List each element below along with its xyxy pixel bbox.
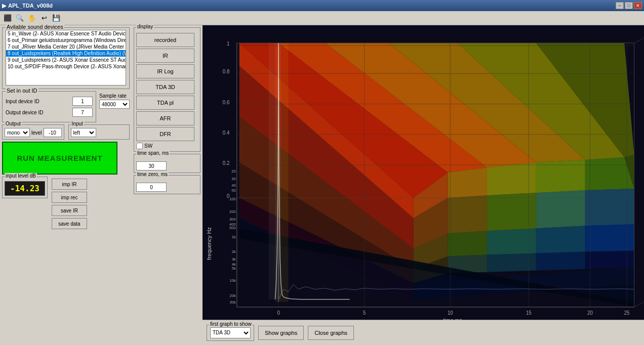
input-group: Input leftright — [68, 124, 130, 140]
svg-text:300: 300 — [229, 217, 236, 222]
ir-log-button[interactable]: IR Log — [136, 64, 194, 78]
svg-marker-40 — [448, 167, 487, 198]
imp-rec-button[interactable]: imp rec — [52, 192, 87, 203]
svg-text:200: 200 — [229, 209, 236, 214]
tda-pl-button[interactable]: TDA pl — [136, 96, 194, 110]
svg-text:0: 0 — [277, 310, 280, 316]
input-device-id[interactable] — [72, 97, 93, 106]
svg-text:10k: 10k — [229, 278, 236, 283]
imp-save-buttons: imp IR imp rec save IR save data — [52, 179, 87, 229]
svg-text:1: 1 — [227, 41, 229, 47]
save-ir-button[interactable]: save IR — [52, 205, 87, 216]
svg-text:2k: 2k — [232, 249, 236, 253]
sw-checkbox-row: SW — [136, 143, 198, 149]
timezero-input[interactable] — [136, 183, 167, 192]
svg-marker-49 — [536, 190, 585, 228]
svg-text:500: 500 — [229, 226, 236, 230]
svg-text:30: 30 — [231, 177, 236, 181]
svg-text:0.2: 0.2 — [223, 160, 229, 166]
close-button[interactable]: ✕ — [634, 2, 642, 9]
maximize-button[interactable]: □ — [625, 2, 633, 9]
svg-marker-53 — [448, 231, 487, 256]
close-graphs-button[interactable]: Close graphs — [308, 326, 354, 340]
output-group: Output monostereoleftright level — [2, 124, 64, 140]
toolbar-icon-2[interactable]: ✋ — [26, 13, 37, 24]
svg-text:50: 50 — [231, 188, 236, 193]
toolbar-icon-0[interactable]: ⬛ — [2, 13, 13, 24]
input-level-title: input level dB — [5, 173, 37, 179]
left-panel: Avilable sound devices 5 in_Wave (2- ASU… — [0, 25, 132, 345]
show-graphs-button[interactable]: Show graphs — [258, 326, 304, 340]
svg-marker-47 — [448, 195, 487, 233]
first-graph-group: first graph to show IR IR Log TDA 3D TDA… — [207, 325, 254, 341]
sample-rate-select[interactable]: 48000 44100 96000 — [99, 100, 130, 109]
output-input-row: Output monostereoleftright level Input l… — [2, 124, 130, 140]
svg-text:10: 10 — [448, 310, 453, 316]
sound-devices-title: Avilable sound devices — [6, 24, 64, 30]
svg-text:time  ms: time ms — [444, 317, 463, 320]
input-level-group: input level dB -14.23 — [2, 177, 48, 198]
svg-text:1k: 1k — [232, 235, 236, 239]
svg-text:20k: 20k — [229, 293, 236, 298]
afr-button[interactable]: AFR — [136, 111, 194, 125]
svg-text:frequency  Hz: frequency Hz — [207, 227, 213, 260]
first-graph-select[interactable]: IR IR Log TDA 3D TDA pl AFR DFR — [210, 327, 251, 338]
set-id-group: Set in out ID Input device ID Output dev… — [2, 91, 96, 122]
first-graph-title: first graph to show — [209, 321, 253, 327]
bottom-bar: first graph to show IR IR Log TDA 3D TDA… — [203, 320, 644, 345]
output-device-id[interactable] — [72, 108, 93, 117]
svg-text:0.8: 0.8 — [223, 69, 230, 74]
level-input[interactable] — [44, 128, 62, 137]
save-data-button[interactable]: save data — [52, 218, 87, 229]
sw-checkbox[interactable] — [136, 143, 143, 149]
timespan-title: time span, ms — [136, 150, 170, 156]
svg-text:40: 40 — [231, 183, 236, 188]
device-item-2[interactable]: 7 out_JRiver Media Center 20 (JRiver Med… — [6, 44, 126, 50]
sound-devices-list[interactable]: 5 in_Wave (2- ASUS Xonar Essence ST Audi… — [6, 30, 126, 85]
toolbar-icon-4[interactable]: 💾 — [51, 13, 62, 24]
svg-text:20: 20 — [587, 310, 593, 316]
timespan-input[interactable] — [136, 161, 167, 170]
device-item-4[interactable]: 9 out_Luidsprekers (2- ASUS Xonar Essenc… — [6, 57, 126, 63]
output-channel-select[interactable]: monostereoleftright — [5, 128, 30, 137]
output-device-label: Output device ID — [6, 110, 70, 115]
timespan-group: time span, ms — [134, 154, 200, 173]
chart-area: 1 0.8 0.6 0.4 0.2 0 20 30 40 50 100 200 … — [203, 25, 644, 320]
run-measurement-button[interactable]: RUN MEASUREMENT — [2, 142, 117, 175]
device-item-3[interactable]: 8 out_Luidsprekers (Realtek High Definit… — [6, 50, 126, 57]
input-channel-select[interactable]: leftright — [71, 128, 96, 137]
svg-text:30k: 30k — [229, 300, 236, 305]
svg-text:0.4: 0.4 — [223, 130, 230, 136]
device-item-5[interactable]: 10 out_S/PDIF Pass-through Device (2- AS… — [6, 63, 126, 70]
right-panel: 1 0.8 0.6 0.4 0.2 0 20 30 40 50 100 200 … — [203, 25, 644, 345]
output-device-row: Output device ID — [6, 108, 93, 117]
svg-text:15: 15 — [526, 310, 532, 316]
timezero-title: time zero, ms — [136, 171, 169, 177]
svg-text:5k: 5k — [232, 266, 236, 271]
app-title: ▶ APL_TDA_v008d — [2, 3, 53, 9]
timezero-group: time zero, ms — [134, 175, 200, 194]
svg-text:5: 5 — [363, 310, 366, 316]
set-id-title: Set in out ID — [6, 88, 38, 94]
svg-text:25: 25 — [624, 310, 630, 316]
toolbar-icon-3[interactable]: ↩ — [38, 13, 50, 24]
sound-devices-group: Avilable sound devices 5 in_Wave (2- ASU… — [2, 27, 130, 89]
recorded-button[interactable]: recorded — [136, 33, 194, 47]
sample-rate-label: Sample rate — [99, 93, 130, 99]
toolbar-icon-1[interactable]: 🔍 — [14, 13, 25, 24]
imp-ir-button[interactable]: imp IR — [52, 179, 87, 190]
toolbar: ⬛ 🔍 ✋ ↩ 💾 — [0, 11, 644, 25]
input-level-display: -14.23 — [5, 181, 45, 196]
device-item-1[interactable]: 6 out_Primair geluidsstuurprogramma (Win… — [6, 37, 126, 44]
input-group-title: Input — [71, 121, 84, 126]
svg-text:0.6: 0.6 — [223, 99, 230, 105]
mid-panel: display recorded IR IR Log TDA 3D TDA pl… — [132, 25, 203, 345]
tda-3d-button[interactable]: TDA 3D — [136, 80, 194, 94]
device-item-0[interactable]: 5 in_Wave (2- ASUS Xonar Essence ST Audi… — [6, 30, 126, 37]
app-icon: ▶ — [2, 3, 6, 9]
dfr-button[interactable]: DFR — [136, 127, 194, 141]
minimize-button[interactable]: − — [616, 2, 624, 9]
level-label: level — [31, 130, 42, 136]
ir-button[interactable]: IR — [136, 49, 194, 63]
display-group-title: display — [136, 24, 154, 29]
